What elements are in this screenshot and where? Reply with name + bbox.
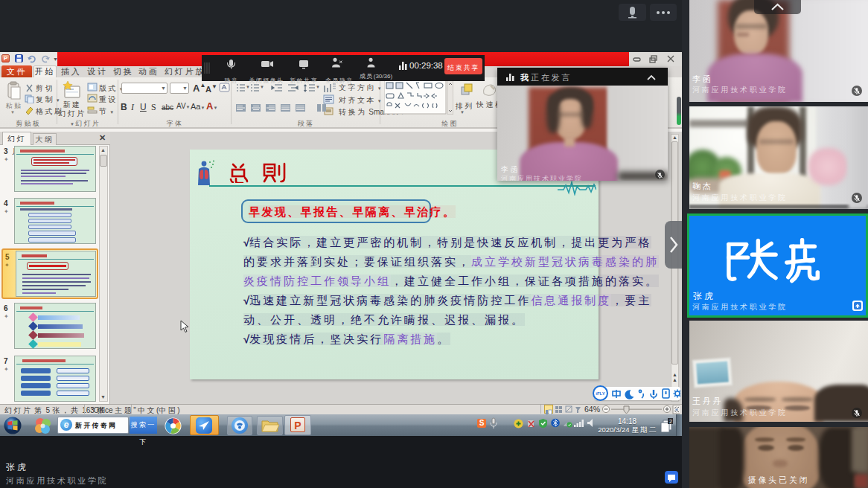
svg-text:2: 2 [669,419,672,424]
